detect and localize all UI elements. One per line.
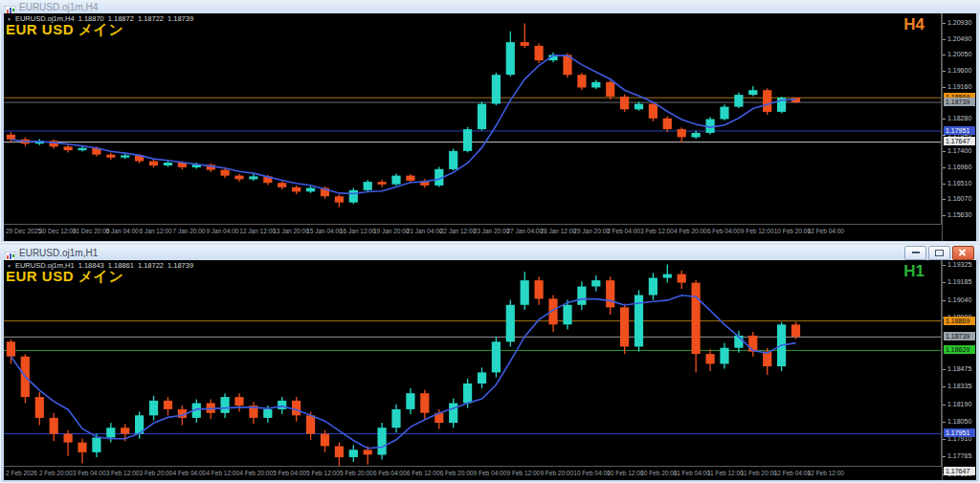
candle-body xyxy=(620,307,629,346)
candle-body xyxy=(391,176,400,185)
time-axis-label: 10 Feb 04:00 xyxy=(573,470,610,476)
time-axis-label: 5 Jan 04:00 xyxy=(106,228,139,234)
candle-body xyxy=(577,287,586,305)
candle-body xyxy=(535,280,544,298)
candle-body xyxy=(706,354,715,363)
chart-window-h4[interactable]: EURUSD.oj1m,H4 ▼ EURUSD.oj1m,H4 1.18870 … xyxy=(0,0,980,243)
candle-body xyxy=(306,188,315,192)
candle-body xyxy=(78,443,86,452)
price-marker-1.17951: 1.17951 xyxy=(944,126,975,135)
price-tick-label: 1.19160 xyxy=(947,83,971,90)
price-marker-1.18629: 1.18629 xyxy=(944,345,975,354)
price-tick-mark xyxy=(943,369,946,370)
price-tick-mark xyxy=(943,405,946,406)
time-axis-label: 4 Feb 20:00 xyxy=(239,470,273,476)
window-titlebar-h4[interactable]: EURUSD.oj1m,H4 xyxy=(0,0,980,13)
time-axis-label: 19 Jan 20:00 xyxy=(373,228,410,234)
candle-body xyxy=(734,95,743,107)
price-tick-mark xyxy=(943,215,946,216)
main-pair-label: EUR USD メイン xyxy=(6,21,123,39)
price-tick-label: 1.20490 xyxy=(947,35,971,42)
price-tick-mark xyxy=(943,55,946,55)
candle-body xyxy=(406,176,414,181)
chart-plot-h1[interactable]: ▼ EURUSD.oj1m,H1 1.18843 1.18861 1.18722… xyxy=(4,260,942,466)
candle-body xyxy=(463,384,472,404)
price-marker-1.18739: 1.18739 xyxy=(944,98,975,106)
price-scale-h1[interactable]: 1.193251.191851.190401.189001.184751.183… xyxy=(942,260,976,480)
chart-icon xyxy=(5,248,15,257)
price-scale-h4[interactable]: 1.209301.204901.200501.196001.191601.182… xyxy=(942,13,976,241)
chart-window-h1[interactable]: EURUSD.oj1m,H1 ▼ EURUSD.oj1m,H1 1.18843 … xyxy=(0,245,980,483)
candle-body xyxy=(149,162,158,166)
time-axis-label: 13 Jan 20:00 xyxy=(273,228,309,234)
candle-body xyxy=(663,274,672,278)
time-axis-label: 7 Jan 20:00 xyxy=(173,228,206,234)
price-marker-1.17951: 1.17951 xyxy=(944,428,975,437)
price-tick-mark xyxy=(943,39,946,40)
time-axis-label: 30 Dec 12:00 xyxy=(39,228,77,234)
time-axis-label: 4 Feb 12:00 xyxy=(206,470,239,476)
time-axis-label: 6 Feb 20:00 xyxy=(440,470,474,476)
time-axis-label: 12 Feb 12:00 xyxy=(808,470,844,476)
time-axis-h4[interactable]: 29 Dec 202530 Dec 12:0031 Dec 20:005 Jan… xyxy=(4,224,942,241)
candle-body xyxy=(406,393,414,409)
time-axis-label: 10 Feb 20:00 xyxy=(640,470,677,476)
candle-body xyxy=(535,46,544,60)
price-marker-1.18739: 1.18739 xyxy=(944,332,975,340)
window-titlebar-h1[interactable]: EURUSD.oj1m,H1 xyxy=(0,245,980,260)
time-axis-h1[interactable]: 2 Feb 20262 Feb 20:003 Feb 04:003 Feb 12… xyxy=(4,466,942,480)
time-axis-label: 4 Feb 04:00 xyxy=(173,470,207,476)
candle-body xyxy=(763,90,771,112)
candle-body xyxy=(720,348,728,364)
time-axis-label: 3 Feb 12:00 xyxy=(640,228,674,234)
candle-body xyxy=(606,82,614,97)
candle-body xyxy=(692,133,701,138)
time-axis-label: 22 Jan 12:00 xyxy=(440,228,477,234)
price-tick-mark xyxy=(943,422,946,423)
candle-body xyxy=(663,119,672,129)
candle-body xyxy=(364,182,372,190)
candle-body xyxy=(35,397,44,418)
price-tick-mark xyxy=(943,265,946,266)
ma-line xyxy=(11,55,796,193)
candle-body xyxy=(563,305,571,325)
price-tick-label: 1.17765 xyxy=(947,452,971,459)
restore-button[interactable] xyxy=(928,246,950,260)
minimize-button[interactable] xyxy=(904,246,926,260)
chart-area-h4[interactable]: ▼ EURUSD.oj1m,H4 1.18870 1.18872 1.18722… xyxy=(4,13,976,241)
time-axis-label: 11 Feb 04:00 xyxy=(674,470,710,476)
time-axis-label: 12 Jan 12:00 xyxy=(239,228,276,234)
time-axis-label: 5 Feb 20:00 xyxy=(340,470,373,476)
candle-body xyxy=(591,280,600,286)
candle-body xyxy=(221,397,230,413)
price-tick-mark xyxy=(943,71,946,72)
candle-body xyxy=(106,155,115,158)
candle-body xyxy=(591,82,600,88)
time-axis-label: 27 Jan 04:00 xyxy=(507,228,544,234)
time-axis-label: 4 Feb 20:00 xyxy=(674,228,707,234)
price-tick-label: 1.18050 xyxy=(947,418,971,425)
price-tick-label: 1.18335 xyxy=(947,383,971,389)
chart-area-h1[interactable]: ▼ EURUSD.oj1m,H1 1.18843 1.18861 1.18722… xyxy=(4,260,976,480)
info-close: 1.18739 xyxy=(167,14,193,23)
time-axis-label: 6 Jan 12:00 xyxy=(140,228,172,234)
candle-body xyxy=(263,409,272,418)
candle-body xyxy=(521,42,529,46)
time-axis-label: 9 Feb 12:00 xyxy=(741,228,774,234)
candle-body xyxy=(420,393,429,413)
candle-body xyxy=(249,176,257,179)
ma-line xyxy=(11,296,796,449)
time-axis-label: 16 Jan 12:00 xyxy=(340,228,376,234)
chart-icon xyxy=(5,2,15,11)
candle-body xyxy=(64,434,73,443)
candle-body xyxy=(678,274,686,283)
close-button[interactable] xyxy=(952,246,974,260)
candle-body xyxy=(92,438,100,452)
chart-plot-h4[interactable]: ▼ EURUSD.oj1m,H4 1.18870 1.18872 1.18722… xyxy=(4,13,942,224)
time-axis-label: 31 Dec 20:00 xyxy=(73,228,110,234)
candle-body xyxy=(378,428,387,454)
window-title: EURUSD.oj1m,H1 xyxy=(19,248,98,258)
price-tick-mark xyxy=(943,167,946,168)
price-tick-mark xyxy=(943,23,946,24)
candle-body xyxy=(278,401,286,409)
